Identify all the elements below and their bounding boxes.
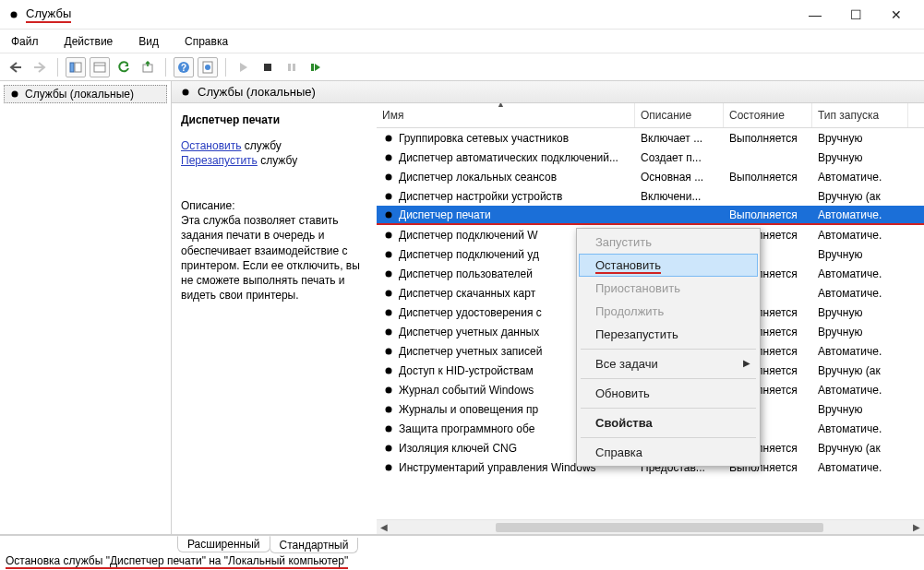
maximize-button[interactable]: ☐ xyxy=(835,1,876,29)
svg-rect-11 xyxy=(94,63,105,72)
service-name: Диспетчер пользователей xyxy=(399,267,533,280)
tab-extended[interactable]: Расширенный xyxy=(177,536,270,552)
back-button[interactable] xyxy=(6,57,26,77)
title-bar: Службы — ☐ ✕ xyxy=(0,0,924,30)
menu-help[interactable]: Справка xyxy=(181,33,232,50)
gear-icon xyxy=(179,86,192,99)
cell-start: Автоматиче. xyxy=(812,267,908,280)
minimize-button[interactable]: — xyxy=(795,1,835,29)
cell-start: Автоматиче. xyxy=(812,461,908,474)
forward-button[interactable] xyxy=(30,57,50,77)
service-name: Изоляция ключей CNG xyxy=(399,442,517,455)
menu-item-resume: Продолжить xyxy=(579,300,758,323)
horizontal-scrollbar[interactable]: ◀ ▶ xyxy=(377,519,924,534)
column-startup[interactable]: Тип запуска xyxy=(812,103,908,127)
properties-button[interactable] xyxy=(90,57,110,77)
service-row[interactable]: Диспетчер локальных сеансовОсновная ...В… xyxy=(377,167,924,186)
gear-icon xyxy=(382,345,395,358)
gear-icon xyxy=(382,287,395,300)
description-label: Описание: xyxy=(181,198,367,213)
cell-start: Вручную xyxy=(812,248,908,261)
restart-service-link[interactable]: Перезапустить xyxy=(181,154,258,167)
cell-start: Вручную (ак xyxy=(812,190,908,203)
service-name: Диспетчер настройки устройств xyxy=(399,190,562,203)
service-row[interactable]: Диспетчер настройки устройствВключени...… xyxy=(377,186,924,206)
gear-icon xyxy=(382,306,395,319)
gear-icon xyxy=(382,461,395,474)
scrollbar-thumb[interactable] xyxy=(496,523,824,532)
cell-start: Автоматиче. xyxy=(812,345,908,358)
show-hide-tree-button[interactable] xyxy=(66,57,86,77)
cell-start: Вручную (ак xyxy=(812,364,908,377)
gear-icon xyxy=(382,190,395,203)
menu-action[interactable]: Действие xyxy=(61,33,117,50)
tab-standard[interactable]: Стандартный xyxy=(270,538,359,553)
tree-item-label: Службы (локальные) xyxy=(25,88,134,101)
menu-item-properties[interactable]: Свойства xyxy=(579,411,758,434)
start-service-button[interactable] xyxy=(234,57,254,77)
export-button[interactable] xyxy=(138,57,158,77)
service-name: Диспетчер учетных данных xyxy=(399,326,539,338)
service-row[interactable]: Диспетчер печатиВыполняетсяАвтоматиче. xyxy=(377,206,924,225)
stop-service-link[interactable]: Остановить xyxy=(181,139,242,152)
refresh-button[interactable] xyxy=(114,57,134,77)
cell-desc: Включает ... xyxy=(635,132,724,145)
service-name: Диспетчер учетных записей xyxy=(399,345,542,358)
service-name: Диспетчер удостоверения с xyxy=(399,306,542,319)
view-tabs: Расширенный Стандартный xyxy=(0,535,924,553)
gear-icon xyxy=(382,151,395,164)
detail-pane: Диспетчер печати Остановить службу Перез… xyxy=(172,103,377,534)
column-description[interactable]: Описание xyxy=(635,103,724,127)
cell-state: Выполняется xyxy=(724,208,812,221)
service-row[interactable]: Группировка сетевых участниковВключает .… xyxy=(377,128,924,148)
cell-start: Автоматиче. xyxy=(812,422,908,435)
service-row[interactable]: Диспетчер автоматических подключений...С… xyxy=(377,148,924,167)
help-topics-button[interactable] xyxy=(198,57,218,77)
service-name: Диспетчер автоматических подключений... xyxy=(399,151,618,164)
pause-service-button[interactable] xyxy=(282,57,302,77)
cell-start: Вручную xyxy=(812,132,908,145)
cell-desc: Включени... xyxy=(635,190,724,203)
cell-desc: Основная ... xyxy=(635,171,724,184)
context-menu: Запустить Остановить Приостановить Продо… xyxy=(576,228,761,467)
menu-item-restart[interactable]: Перезапустить xyxy=(579,323,758,346)
sort-indicator-icon: ▲ xyxy=(497,103,505,109)
column-state[interactable]: Состояние xyxy=(724,103,812,127)
cell-start: Вручную xyxy=(812,151,908,164)
gear-icon xyxy=(382,171,395,184)
cell-start: Вручную xyxy=(812,306,908,319)
stop-service-button[interactable] xyxy=(258,57,278,77)
gear-icon xyxy=(382,267,395,280)
cell-desc: Создает п... xyxy=(635,151,724,164)
menu-file[interactable]: Файл xyxy=(7,33,42,50)
menu-item-all-tasks[interactable]: Все задачи▶ xyxy=(579,352,758,375)
tree-item-services-local[interactable]: Службы (локальные) xyxy=(4,85,167,103)
status-bar: Остановка службы "Диспетчер печати" на "… xyxy=(0,553,924,570)
service-name: Инструментарий управления Windows xyxy=(399,461,596,474)
service-name: Группировка сетевых участников xyxy=(399,132,569,145)
app-icon xyxy=(7,8,20,21)
menu-item-stop[interactable]: Остановить xyxy=(579,254,758,277)
cell-state: Выполняется xyxy=(724,132,812,145)
content-header-label: Службы (локальные) xyxy=(198,85,316,99)
menu-item-refresh[interactable]: Обновить xyxy=(579,382,758,405)
status-text: Остановка службы "Диспетчер печати" на "… xyxy=(6,554,348,569)
cell-start: Автоматиче. xyxy=(812,171,908,184)
menu-view[interactable]: Вид xyxy=(135,33,162,50)
gear-icon xyxy=(382,384,395,397)
service-name: Диспетчер подключений уд xyxy=(399,248,539,261)
menu-item-start: Запустить xyxy=(579,231,758,254)
svg-text:?: ? xyxy=(181,63,186,73)
restart-service-button[interactable] xyxy=(306,57,326,77)
scroll-right-icon[interactable]: ▶ xyxy=(909,522,924,532)
close-button[interactable]: ✕ xyxy=(876,1,917,29)
column-name[interactable]: Имя xyxy=(377,103,635,127)
svg-rect-10 xyxy=(75,63,81,72)
cell-start: Автоматиче. xyxy=(812,229,908,242)
menu-item-help[interactable]: Справка xyxy=(579,441,758,464)
service-name: Диспетчер печати xyxy=(399,208,491,221)
selected-service-name: Диспетчер печати xyxy=(181,113,367,127)
svg-rect-18 xyxy=(264,64,271,71)
help-button[interactable]: ? xyxy=(174,57,194,77)
scroll-left-icon[interactable]: ◀ xyxy=(377,522,391,532)
